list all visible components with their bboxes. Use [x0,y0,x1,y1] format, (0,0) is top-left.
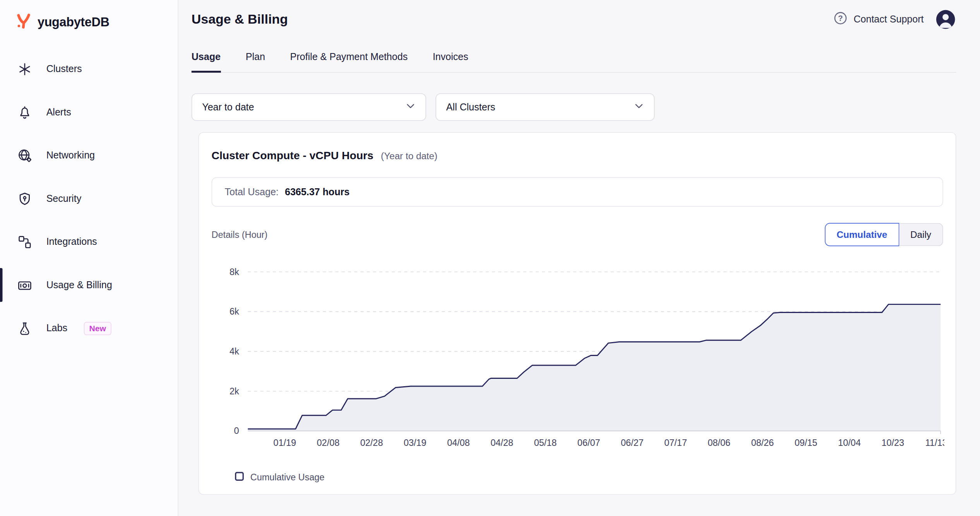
sidebar-item-security[interactable]: Security [0,181,178,217]
svg-text:8k: 8k [230,267,239,277]
chevron-down-icon [404,100,417,115]
svg-text:11/13: 11/13 [925,438,944,448]
usage-card-title: Cluster Compute - vCPU Hours [212,149,373,162]
svg-text:08/06: 08/06 [708,438,730,448]
cumulative-toggle-button[interactable]: Cumulative [825,223,899,246]
yugabyte-logo-icon [15,12,32,32]
logo[interactable]: yugabyteDB [0,9,178,51]
globe-gear-icon [16,147,33,163]
clusters-icon [16,61,33,77]
svg-text:4k: 4k [230,346,239,356]
svg-text:02/28: 02/28 [360,438,383,448]
tab-plan[interactable]: Plan [246,44,265,72]
svg-text:?: ? [838,14,843,22]
cumulative-usage-area-chart: 02k4k6k8k01/1902/0802/2803/1904/0804/280… [212,262,944,461]
chevron-down-icon [633,100,645,115]
svg-text:08/26: 08/26 [751,438,774,448]
tab-profile-payment-methods[interactable]: Profile & Payment Methods [290,44,408,72]
sidebar-item-integrations[interactable]: Integrations [0,224,178,260]
sidebar-item-label: Usage & Billing [46,279,112,291]
cluster-select[interactable]: All Clusters [435,93,654,121]
details-label: Details (Hour) [212,230,268,240]
svg-text:02/08: 02/08 [317,438,340,448]
new-badge: New [84,322,111,335]
svg-text:04/08: 04/08 [447,438,470,448]
cluster-select-value: All Clusters [446,101,495,113]
legend-label: Cumulative Usage [250,472,325,482]
flask-icon [16,320,33,336]
sidebar-item-label: Clusters [46,63,82,74]
help-question-icon: ? [833,10,848,28]
top-bar: Usage & Billing ? Contact Support [192,2,956,36]
user-avatar[interactable] [935,9,956,30]
filter-bar: Year to date All Clusters [192,93,956,121]
usage-card-header: Cluster Compute - vCPU Hours (Year to da… [212,149,943,162]
sidebar-item-labs[interactable]: LabsNew [0,310,178,346]
tab-invoices[interactable]: Invoices [433,44,468,72]
svg-text:10/23: 10/23 [882,438,905,448]
svg-text:06/07: 06/07 [577,438,600,448]
view-mode-toggle: Cumulative Daily [825,223,943,246]
svg-text:06/27: 06/27 [621,438,644,448]
total-usage-box: Total Usage: 6365.37 hours [212,177,943,207]
contact-support-label: Contact Support [853,14,923,25]
tab-usage[interactable]: Usage [192,44,221,72]
sidebar-item-label: Networking [46,150,95,161]
usage-card-subtitle: (Year to date) [381,150,437,161]
svg-text:05/18: 05/18 [534,438,557,448]
billing-icon [16,277,33,293]
integrations-icon [16,234,33,250]
daily-toggle-button[interactable]: Daily [899,223,943,246]
sidebar-item-networking[interactable]: Networking [0,137,178,174]
page-title: Usage & Billing [192,12,288,27]
sidebar-item-usage-billing[interactable]: Usage & Billing [0,267,178,303]
period-select-value: Year to date [202,101,254,113]
sidebar: yugabyteDB ClustersAlertsNetworkingSecur… [0,0,178,516]
usage-card: Cluster Compute - vCPU Hours (Year to da… [199,132,956,495]
svg-text:07/17: 07/17 [664,438,687,448]
svg-text:6k: 6k [230,306,239,316]
sidebar-item-label: Security [46,193,82,204]
shield-icon [16,191,33,207]
svg-text:2k: 2k [230,386,239,396]
tab-bar: UsagePlanProfile & Payment MethodsInvoic… [192,44,956,72]
legend-checkbox-icon [235,472,244,483]
svg-text:03/19: 03/19 [404,438,427,448]
svg-text:09/15: 09/15 [795,438,817,448]
total-usage-value: 6365.37 hours [285,186,350,198]
usage-chart: 02k4k6k8k01/1902/0802/2803/1904/0804/280… [212,262,943,464]
sidebar-item-alerts[interactable]: Alerts [0,94,178,131]
sidebar-menu: ClustersAlertsNetworkingSecurityIntegrat… [0,51,178,346]
details-row: Details (Hour) Cumulative Daily [212,223,943,246]
sidebar-item-label: Alerts [46,107,71,118]
sidebar-item-label: Integrations [46,236,97,248]
svg-text:10/04: 10/04 [838,438,861,448]
svg-text:0: 0 [234,426,239,436]
total-usage-label: Total Usage: [224,186,278,198]
period-select[interactable]: Year to date [192,93,426,121]
app-window: yugabyteDB ClustersAlertsNetworkingSecur… [0,0,980,516]
logo-text: yugabyteDB [38,15,109,29]
main-content: Usage & Billing ? Contact Support [178,0,980,516]
contact-support-link[interactable]: ? Contact Support [833,10,923,28]
svg-text:01/19: 01/19 [273,438,296,448]
sidebar-item-clusters[interactable]: Clusters [0,51,178,87]
topbar-actions: ? Contact Support [833,9,956,30]
chart-legend[interactable]: Cumulative Usage [235,472,943,483]
sidebar-item-label: Labs [46,323,67,334]
bell-icon [16,104,33,120]
svg-text:04/28: 04/28 [490,438,513,448]
